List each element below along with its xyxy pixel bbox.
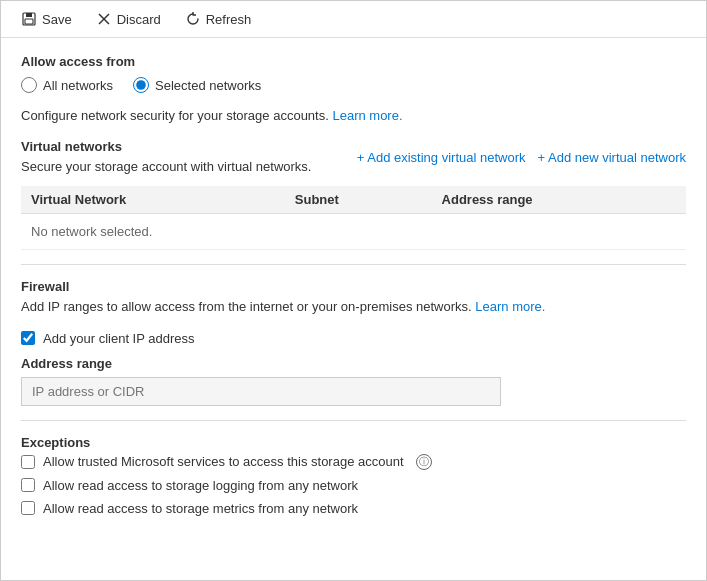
firewall-label: Firewall [21,279,686,294]
firewall-section: Firewall Add IP ranges to allow access f… [21,279,686,405]
vnet-col-subnet: Subnet [285,186,432,214]
main-content: Allow access from All networks Selected … [1,38,706,540]
save-icon [21,11,37,27]
svg-rect-1 [26,13,32,17]
save-button[interactable]: Save [17,9,76,29]
exceptions-label: Exceptions [21,435,686,450]
exception-label-0: Allow trusted Microsoft services to acce… [43,454,404,469]
vnet-col-virtual-network: Virtual Network [21,186,285,214]
vnet-header-row: Virtual networks Secure your storage acc… [21,139,686,176]
discard-label: Discard [117,12,161,27]
radio-selected-networks[interactable]: Selected networks [133,77,261,93]
exception-label-2: Allow read access to storage metrics fro… [43,501,358,516]
discard-button[interactable]: Discard [92,9,165,29]
address-range-label: Address range [21,356,686,371]
virtual-networks-section: Virtual networks Secure your storage acc… [21,139,686,250]
config-description: Configure network security for your stor… [21,107,686,125]
vnet-actions: + Add existing virtual network + Add new… [357,150,686,165]
access-radio-group: All networks Selected networks [21,77,686,93]
svg-rect-2 [25,19,33,24]
exception-item-0: Allow trusted Microsoft services to acce… [21,454,686,470]
address-range-field: Address range [21,356,686,406]
client-ip-row: Add your client IP address [21,331,686,346]
firewall-learn-more-link[interactable]: Learn more. [475,299,545,314]
vnet-table: Virtual Network Subnet Address range No … [21,186,686,250]
vnet-section-label: Virtual networks [21,139,311,154]
exceptions-section: Exceptions Allow trusted Microsoft servi… [21,435,686,516]
config-learn-more-link[interactable]: Learn more. [332,108,402,123]
vnet-description: Secure your storage account with virtual… [21,158,311,176]
client-ip-label: Add your client IP address [43,331,195,346]
exception-checkbox-1[interactable] [21,478,35,492]
refresh-button[interactable]: Refresh [181,9,256,29]
exception-item-1: Allow read access to storage logging fro… [21,478,686,493]
refresh-label: Refresh [206,12,252,27]
ip-cidr-input[interactable] [21,377,501,406]
save-label: Save [42,12,72,27]
add-new-vnet-link[interactable]: + Add new virtual network [538,150,687,165]
info-icon-0[interactable]: ⓘ [416,454,432,470]
allow-access-label: Allow access from [21,54,686,69]
exception-label-1: Allow read access to storage logging fro… [43,478,358,493]
refresh-icon [185,11,201,27]
firewall-description: Add IP ranges to allow access from the i… [21,298,686,316]
radio-all-label: All networks [43,78,113,93]
exception-checkbox-2[interactable] [21,501,35,515]
divider-1 [21,264,686,265]
radio-all-input[interactable] [21,77,37,93]
toolbar: Save Discard Refresh [1,1,706,38]
exception-checkbox-0[interactable] [21,455,35,469]
vnet-col-address-range: Address range [432,186,686,214]
radio-all-networks[interactable]: All networks [21,77,113,93]
vnet-table-header: Virtual Network Subnet Address range [21,186,686,214]
client-ip-checkbox[interactable] [21,331,35,345]
exception-item-2: Allow read access to storage metrics fro… [21,501,686,516]
vnet-empty-row: No network selected. [21,214,686,250]
radio-selected-input[interactable] [133,77,149,93]
vnet-empty-message: No network selected. [21,214,686,250]
discard-icon [96,11,112,27]
divider-2 [21,420,686,421]
add-existing-vnet-link[interactable]: + Add existing virtual network [357,150,526,165]
radio-selected-label: Selected networks [155,78,261,93]
